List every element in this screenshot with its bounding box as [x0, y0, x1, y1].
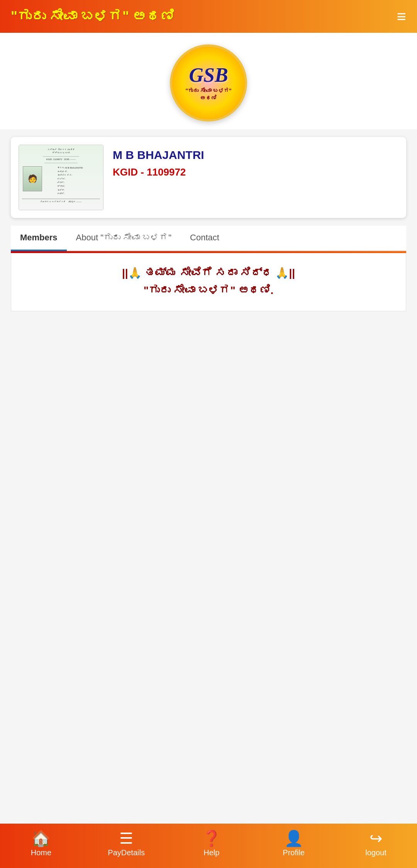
nav-logout-label: logout: [365, 848, 386, 857]
member-info: M B BHAJANTRI KGID - 1109972: [113, 145, 398, 178]
help-icon: ❓: [202, 831, 221, 846]
logout-icon: ↪: [370, 831, 383, 846]
paydetails-icon: ☰: [119, 831, 133, 846]
tab-content: ||🙏 ತಮ್ಮ ಸೇವೆಗೆ ಸದಾ ಸಿದ್ಧ 🙏|| "ಗುರು ಸೇವಾ…: [11, 253, 406, 311]
id-card-image: ಸರ್ಕಾರಿ ನೌಕರರ ಮಾಹಿತಿ ಶಿಕ್ಷಣ ಇಲಾಖೆ ------…: [19, 145, 103, 210]
tabs-bar: Members About "ಗುರು ಸೇವಾ ಬಳಗ" Contact: [11, 226, 406, 251]
nav-paydetails[interactable]: ☰ PayDetails: [108, 831, 145, 857]
hamburger-menu-icon[interactable]: ≡: [397, 8, 406, 25]
bottom-navigation: 🏠 Home ☰ PayDetails ❓ Help 👤 Profile ↪ l…: [0, 824, 417, 868]
profile-icon: 👤: [284, 831, 303, 846]
nav-home[interactable]: 🏠 Home: [25, 831, 56, 857]
nav-help[interactable]: ❓ Help: [196, 831, 227, 857]
tab-about[interactable]: About "ಗುರು ಸೇವಾ ಬಳಗ": [67, 226, 181, 251]
welcome-text: ||🙏 ತಮ್ಮ ಸೇವೆಗೆ ಸದಾ ಸಿದ್ಧ 🙏|| "ಗುರು ಸೇವಾ…: [20, 265, 397, 299]
nav-home-label: Home: [31, 848, 51, 857]
app-title: "ಗುರು ಸೇವಾ ಬಳಗ" ಅಥಣಿ: [11, 8, 175, 25]
nav-help-label: Help: [203, 848, 219, 857]
app-header: "ಗುರು ಸೇವಾ ಬಳಗ" ಅಥಣಿ ≡: [0, 0, 417, 33]
nav-profile-label: Profile: [283, 848, 305, 857]
nav-profile[interactable]: 👤 Profile: [278, 831, 309, 857]
tab-members[interactable]: Members: [11, 226, 67, 251]
app-logo: GSB "ಗುರು ಸೇವಾ ಬಳಗ" ಅಥಣಿ: [170, 44, 247, 122]
logo-subtitle: "ಗುರು ಸೇವಾ ಬಳಗ" ಅಥಣಿ: [181, 86, 235, 102]
member-card: ಸರ್ಕಾರಿ ನೌಕರರ ಮಾಹಿತಿ ಶಿಕ್ಷಣ ಇಲಾಖೆ ------…: [11, 137, 406, 218]
home-icon: 🏠: [31, 831, 51, 846]
nav-paydetails-label: PayDetails: [108, 848, 145, 857]
logo-section: GSB "ಗುರು ಸೇವಾ ಬಳಗ" ಅಥಣಿ: [0, 33, 417, 129]
member-kgid: KGID - 1109972: [113, 166, 398, 178]
tab-contact[interactable]: Contact: [181, 226, 229, 251]
nav-logout[interactable]: ↪ logout: [361, 831, 392, 857]
member-name: M B BHAJANTRI: [113, 149, 398, 162]
logo-text: GSB: [189, 64, 228, 86]
